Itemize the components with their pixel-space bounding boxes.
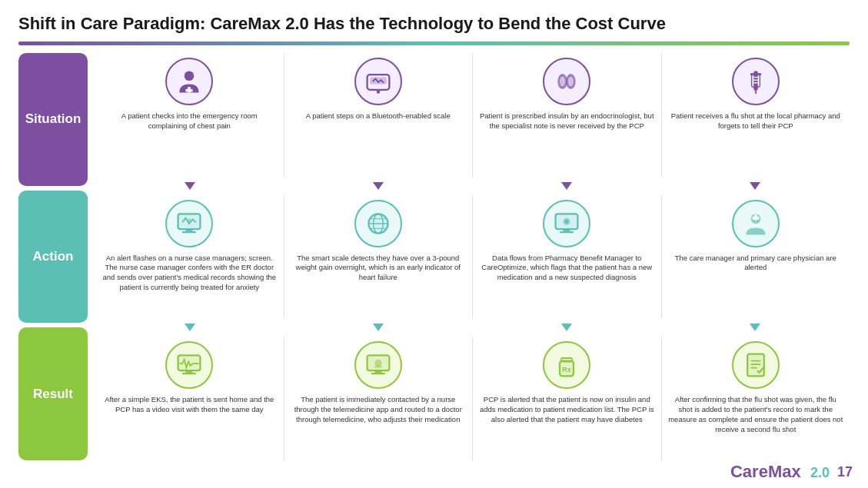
grid-wrapper: Situation Action Result (18, 53, 850, 460)
svg-rect-33 (560, 231, 574, 233)
svg-point-8 (560, 77, 565, 87)
globe-scale-icon (364, 210, 392, 237)
situation-row: A patient checks into the emergency room… (95, 53, 850, 177)
situation-text-2: A patient steps on a Bluetooth-enabled s… (306, 111, 451, 121)
situation-icon-2 (354, 58, 402, 105)
doctor-icon (175, 68, 203, 95)
telemedicine-icon (364, 351, 392, 379)
rx-bottle-icon: Rx (553, 351, 580, 379)
logo-max: Max (768, 462, 801, 481)
svg-rect-36 (752, 217, 759, 220)
svg-text:Rx: Rx (562, 366, 571, 373)
action-text-3: Data flows from Pharmacy Benefit Manager… (479, 254, 655, 283)
data-flow-icon (553, 210, 580, 237)
svg-rect-20 (182, 231, 196, 233)
svg-rect-2 (186, 89, 193, 92)
ekg-monitor-icon (175, 351, 203, 379)
arrow-row-1 (95, 181, 850, 191)
label-column: Situation Action Result (18, 53, 88, 460)
arrow-1-4 (661, 181, 850, 191)
svg-point-5 (377, 90, 381, 94)
arrow-2-1 (95, 323, 284, 332)
document-check-icon (742, 351, 770, 379)
result-text-1: After a simple EKS, the patient is sent … (101, 395, 278, 415)
scale-icon (364, 68, 392, 95)
kidney-icon (553, 68, 580, 95)
action-icon-1 (165, 200, 213, 247)
top-bar (18, 41, 850, 45)
result-row: After a simple EKS, the patient is sent … (95, 337, 850, 460)
svg-rect-12 (755, 91, 757, 95)
action-cell-1: An alert flashes on a nurse case manager… (95, 195, 284, 319)
svg-rect-39 (186, 371, 193, 373)
action-cell-3: Data flows from Pharmacy Benefit Manager… (473, 195, 662, 319)
situation-text-4: Patient receives a flu shot at the local… (668, 111, 844, 131)
monitor-alert-icon (175, 210, 203, 237)
result-text-2: The patient is immediately contacted by … (291, 395, 467, 424)
situation-cell-3: Patient is prescribed insulin by an endo… (473, 53, 662, 177)
action-text-4: The care manager and primary care physic… (668, 254, 844, 274)
svg-rect-40 (182, 373, 196, 374)
result-text-4: After confirming that the flu shot was g… (668, 395, 844, 434)
situation-icon-1 (165, 58, 213, 105)
arrow-row-2 (95, 323, 850, 332)
content-column: A patient checks into the emergency room… (95, 53, 850, 460)
svg-rect-45 (371, 373, 385, 374)
arrow-1-1 (95, 181, 284, 191)
action-text-1: An alert flashes on a nurse case manager… (101, 254, 278, 293)
action-icon-4 (732, 200, 780, 247)
arrow-2-2 (284, 323, 472, 332)
svg-rect-44 (374, 371, 381, 373)
logo: CareMax 2.0 (730, 462, 830, 482)
result-icon-4 (732, 341, 780, 389)
result-cell-3: Rx PCP is alerted that the patient is no… (473, 337, 662, 460)
result-cell-2: The patient is immediately contacted by … (284, 337, 474, 460)
situation-icon-3 (543, 58, 590, 105)
label-action: Action (18, 191, 88, 324)
svg-point-9 (568, 77, 574, 87)
action-cell-2: The smart scale detects they have over a… (284, 195, 474, 319)
result-cell-4: After confirming that the flu shot was g… (662, 337, 850, 460)
action-icon-3 (543, 200, 590, 247)
situation-cell-2: A patient steps on a Bluetooth-enabled s… (284, 53, 474, 177)
action-cell-4: The care manager and primary care physic… (662, 195, 850, 319)
page: Shift in Care Paradigm: CareMax 2.0 Has … (0, 0, 868, 488)
result-icon-3: Rx (543, 341, 590, 389)
arrow-2-4 (661, 323, 850, 332)
page-number: 17 (837, 464, 853, 480)
action-text-2: The smart scale detects they have over a… (291, 254, 467, 283)
svg-rect-48 (561, 358, 572, 362)
svg-rect-13 (750, 73, 761, 75)
svg-rect-32 (564, 229, 570, 231)
syringe-icon (742, 68, 770, 95)
label-situation: Situation (18, 53, 88, 186)
arrow-1-3 (473, 181, 661, 191)
result-icon-2 (354, 341, 402, 389)
action-row: An alert flashes on a nurse case manager… (95, 195, 850, 319)
arrow-1-2 (284, 181, 472, 191)
svg-rect-19 (186, 229, 193, 231)
svg-point-31 (565, 220, 569, 224)
result-cell-1: After a simple EKS, the patient is sent … (95, 337, 284, 460)
nurse-icon (742, 210, 770, 237)
situation-cell-4: Patient receives a flu shot at the local… (662, 53, 850, 177)
footer: CareMax 2.0 17 (730, 462, 853, 482)
logo-version: 2.0 (810, 465, 830, 480)
situation-icon-4 (732, 58, 780, 105)
svg-point-21 (188, 218, 191, 222)
situation-text-3: Patient is prescribed insulin by an endo… (479, 111, 655, 131)
result-text-3: PCP is alerted that the patient is now o… (479, 395, 655, 424)
situation-cell-1: A patient checks into the emergency room… (95, 53, 284, 177)
situation-text-1: A patient checks into the emergency room… (101, 111, 278, 131)
logo-care: Care (730, 462, 768, 481)
result-icon-1 (165, 341, 213, 389)
action-icon-2 (354, 200, 402, 247)
svg-point-0 (185, 71, 195, 81)
label-result: Result (18, 327, 88, 460)
page-title: Shift in Care Paradigm: CareMax 2.0 Has … (18, 14, 850, 34)
arrow-2-3 (473, 323, 661, 332)
